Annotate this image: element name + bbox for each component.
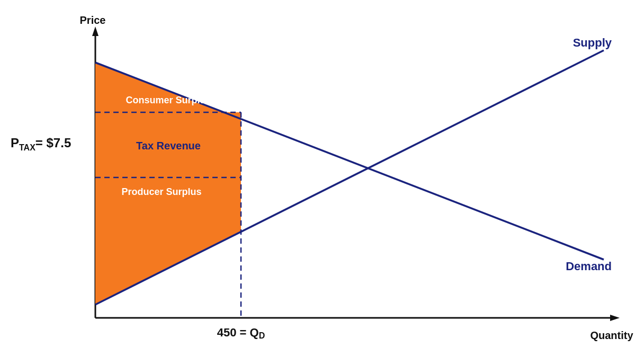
- y-axis-label: Price: [80, 14, 106, 26]
- consumer-surplus-label: Consumer Surplus: [126, 95, 211, 105]
- x-axis-arrow: [610, 315, 620, 321]
- qd-label: 450 = QD: [217, 326, 265, 340]
- supply-label: Supply: [573, 36, 612, 49]
- x-axis-label: Quantity: [590, 330, 633, 341]
- producer-surplus-label: Producer Surplus: [121, 186, 201, 197]
- chart-container: Price Quantity Supply Demand PTAX= $7.5 …: [0, 0, 644, 347]
- tax-revenue-label: Tax Revenue: [136, 140, 201, 152]
- demand-label: Demand: [566, 260, 612, 273]
- p-tax-label: PTAX= $7.5: [11, 136, 71, 152]
- y-axis-arrow: [92, 26, 99, 36]
